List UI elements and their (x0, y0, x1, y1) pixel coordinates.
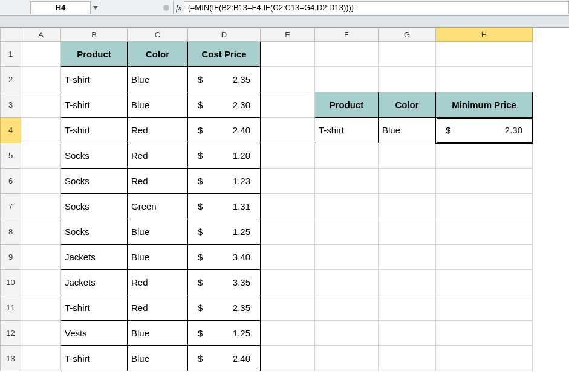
cell-E12[interactable] (261, 321, 315, 346)
cell-B6[interactable]: Socks (61, 169, 128, 194)
row-header-7[interactable]: 7 (1, 194, 21, 219)
cell-H1[interactable] (436, 42, 533, 67)
cell-A4[interactable] (21, 118, 61, 143)
spreadsheet-grid[interactable]: A B C D E F G H 1 Product Color Cost Pri… (0, 28, 533, 371)
cell-A5[interactable] (21, 143, 61, 169)
cell-G6[interactable] (379, 169, 436, 194)
cell-B13[interactable]: T-shirt (61, 346, 128, 371)
main-header-product[interactable]: Product (61, 42, 128, 67)
cell-D12[interactable]: $1.25 (188, 321, 261, 346)
cell-B9[interactable]: Jackets (61, 245, 128, 270)
cell-G4[interactable]: Blue (379, 118, 436, 143)
cell-C3[interactable]: Blue (128, 92, 188, 118)
fx-label[interactable]: fx (173, 1, 184, 14)
cell-A9[interactable] (21, 245, 61, 270)
row-header-9[interactable]: 9 (1, 245, 21, 270)
col-header-D[interactable]: D (188, 28, 261, 42)
cell-H7[interactable] (436, 194, 533, 219)
cell-F1[interactable] (315, 42, 379, 67)
cell-D9[interactable]: $3.40 (188, 245, 261, 270)
cell-B12[interactable]: Vests (61, 321, 128, 346)
cell-B11[interactable]: T-shirt (61, 295, 128, 321)
cell-F7[interactable] (315, 194, 379, 219)
cell-F13[interactable] (315, 346, 379, 371)
row-header-2[interactable]: 2 (1, 67, 21, 92)
lookup-header-product[interactable]: Product (315, 92, 379, 118)
cell-B7[interactable]: Socks (61, 194, 128, 219)
main-header-cost[interactable]: Cost Price (188, 42, 261, 67)
cell-F10[interactable] (315, 270, 379, 295)
cell-F12[interactable] (315, 321, 379, 346)
cell-H13[interactable] (436, 346, 533, 371)
cell-G5[interactable] (379, 143, 436, 169)
cell-A11[interactable] (21, 295, 61, 321)
row-header-1[interactable]: 1 (1, 42, 21, 67)
cell-D6[interactable]: $1.23 (188, 169, 261, 194)
cell-E7[interactable] (261, 194, 315, 219)
cell-A8[interactable] (21, 219, 61, 245)
cell-H2[interactable] (436, 67, 533, 92)
cell-F6[interactable] (315, 169, 379, 194)
cell-A6[interactable] (21, 169, 61, 194)
cell-C12[interactable]: Blue (128, 321, 188, 346)
cell-F5[interactable] (315, 143, 379, 169)
cell-C8[interactable]: Blue (128, 219, 188, 245)
cell-H6[interactable] (436, 169, 533, 194)
cell-H9[interactable] (436, 245, 533, 270)
cell-E2[interactable] (261, 67, 315, 92)
cell-B10[interactable]: Jackets (61, 270, 128, 295)
cell-H8[interactable] (436, 219, 533, 245)
cell-C2[interactable]: Blue (128, 67, 188, 92)
cell-B3[interactable]: T-shirt (61, 92, 128, 118)
cell-E3[interactable] (261, 92, 315, 118)
cell-G9[interactable] (379, 245, 436, 270)
row-header-5[interactable]: 5 (1, 143, 21, 169)
row-header-4[interactable]: 4 (1, 118, 21, 143)
cell-G1[interactable] (379, 42, 436, 67)
cell-E1[interactable] (261, 42, 315, 67)
row-header-3[interactable]: 3 (1, 92, 21, 118)
cell-G10[interactable] (379, 270, 436, 295)
cell-A10[interactable] (21, 270, 61, 295)
cell-E6[interactable] (261, 169, 315, 194)
cell-C7[interactable]: Green (128, 194, 188, 219)
row-header-13[interactable]: 13 (1, 346, 21, 371)
col-header-G[interactable]: G (379, 28, 436, 42)
col-header-H[interactable]: H (436, 28, 533, 42)
cell-D8[interactable]: $1.25 (188, 219, 261, 245)
cell-D2[interactable]: $2.35 (188, 67, 261, 92)
lookup-header-minprice[interactable]: Minimum Price (436, 92, 533, 118)
cell-G2[interactable] (379, 67, 436, 92)
col-header-E[interactable]: E (261, 28, 315, 42)
cell-G13[interactable] (379, 346, 436, 371)
cell-E5[interactable] (261, 143, 315, 169)
cell-H5[interactable] (436, 143, 533, 169)
cell-F9[interactable] (315, 245, 379, 270)
col-header-C[interactable]: C (128, 28, 188, 42)
cell-F11[interactable] (315, 295, 379, 321)
cell-H10[interactable] (436, 270, 533, 295)
row-header-8[interactable]: 8 (1, 219, 21, 245)
cell-E9[interactable] (261, 245, 315, 270)
cell-B8[interactable]: Socks (61, 219, 128, 245)
cell-H11[interactable] (436, 295, 533, 321)
cell-D4[interactable]: $2.40 (188, 118, 261, 143)
cell-E11[interactable] (261, 295, 315, 321)
cell-G7[interactable] (379, 194, 436, 219)
main-header-color[interactable]: Color (128, 42, 188, 67)
cell-C11[interactable]: Red (128, 295, 188, 321)
row-header-12[interactable]: 12 (1, 321, 21, 346)
cell-A2[interactable] (21, 67, 61, 92)
cell-B2[interactable]: T-shirt (61, 67, 128, 92)
cell-A1[interactable] (21, 42, 61, 67)
cell-C13[interactable]: Blue (128, 346, 188, 371)
cell-C10[interactable]: Red (128, 270, 188, 295)
col-header-F[interactable]: F (315, 28, 379, 42)
cell-D11[interactable]: $2.35 (188, 295, 261, 321)
cell-G11[interactable] (379, 295, 436, 321)
cell-D13[interactable]: $2.40 (188, 346, 261, 371)
cell-D5[interactable]: $1.20 (188, 143, 261, 169)
cell-F2[interactable] (315, 67, 379, 92)
cell-C5[interactable]: Red (128, 143, 188, 169)
col-header-B[interactable]: B (61, 28, 128, 42)
